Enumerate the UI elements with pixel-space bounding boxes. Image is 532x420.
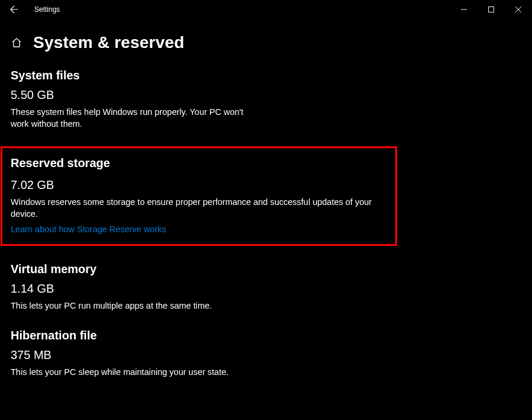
maximize-button[interactable] [478, 0, 505, 19]
content-area: System files 5.50 GB These system files … [0, 52, 532, 378]
system-files-section: System files 5.50 GB These system files … [11, 69, 521, 130]
page-header: System & reserved [0, 19, 532, 52]
section-title: Hibernation file [11, 329, 521, 342]
reserved-storage-size: 7.02 GB [11, 178, 387, 192]
virtual-memory-size: 1.14 GB [11, 282, 521, 296]
section-title: Virtual memory [11, 262, 521, 276]
maximize-icon [488, 7, 494, 12]
hibernation-file-size: 375 MB [11, 348, 521, 362]
hibernation-file-section: Hibernation file 375 MB This lets your P… [11, 329, 521, 379]
arrow-left-icon [9, 5, 19, 14]
reserved-storage-desc: Windows reserves some storage to ensure … [11, 197, 387, 220]
minimize-button[interactable] [450, 0, 478, 19]
minimize-icon [461, 7, 467, 12]
storage-reserve-link[interactable]: Learn about how Storage Reserve works [11, 225, 166, 234]
home-button[interactable] [11, 37, 22, 49]
virtual-memory-desc: This lets your PC run multiple apps at t… [11, 300, 389, 312]
titlebar: Settings [0, 0, 532, 19]
section-title: Reserved storage [11, 156, 387, 170]
virtual-memory-section: Virtual memory 1.14 GB This lets your PC… [11, 262, 521, 312]
hibernation-file-desc: This lets your PC sleep while maintainin… [11, 367, 389, 379]
reserved-storage-section: Reserved storage 7.02 GB Windows reserve… [1, 146, 397, 246]
system-files-desc: These system files help Windows run prop… [11, 107, 259, 130]
app-title: Settings [34, 5, 60, 14]
svg-rect-0 [489, 7, 494, 12]
back-button[interactable] [5, 0, 24, 19]
home-icon [11, 37, 22, 48]
close-button[interactable] [505, 0, 532, 19]
section-title: System files [11, 69, 521, 82]
system-files-size: 5.50 GB [11, 88, 521, 102]
page-title: System & reserved [33, 33, 185, 52]
close-icon [515, 7, 521, 12]
